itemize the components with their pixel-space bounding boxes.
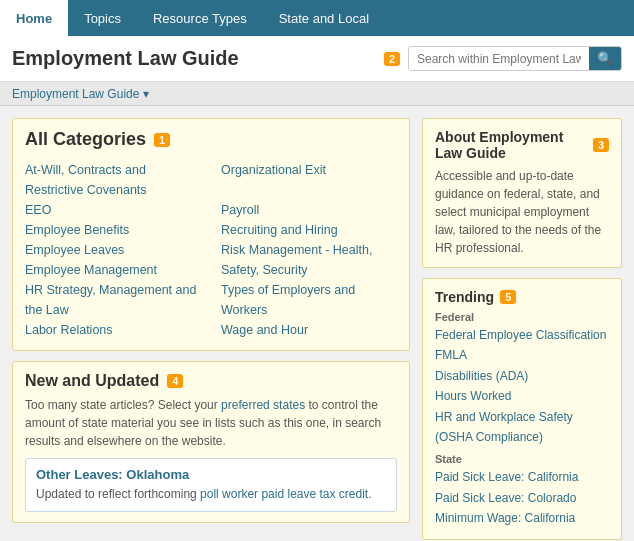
search-button[interactable]: 🔍: [589, 47, 621, 70]
new-updated-desc-before: Too many state articles? Select your: [25, 398, 221, 412]
breadcrumb-dropdown-icon: ▾: [143, 87, 149, 101]
cat-link-recruiting[interactable]: Recruiting and Hiring: [221, 220, 397, 240]
trending-federal-label: Federal: [435, 311, 609, 323]
trending-title: Trending 5: [435, 289, 609, 305]
trending-federal-2[interactable]: Disabilities (ADA): [435, 366, 609, 386]
cat-link-empty: [221, 180, 397, 200]
page-title: Employment Law Guide: [12, 47, 239, 70]
new-updated-box: New and Updated 4 Too many state article…: [12, 361, 410, 523]
article-desc-before: Updated to reflect forthcoming: [36, 487, 200, 501]
cat-link-wage-hour[interactable]: Wage and Hour: [221, 320, 397, 340]
categories-title-text: All Categories: [25, 129, 146, 150]
article-desc-after: .: [368, 487, 371, 501]
cat-link-employee-leaves[interactable]: Employee Leaves: [25, 240, 201, 260]
article-title[interactable]: Other Leaves: Oklahoma: [36, 467, 386, 482]
categories-box: All Categories 1 At-Will, Contracts and …: [12, 118, 410, 351]
breadcrumb-bar: Employment Law Guide ▾: [0, 82, 634, 106]
cat-link-atwill[interactable]: At-Will, Contracts and Restrictive Coven…: [25, 160, 201, 200]
left-column: All Categories 1 At-Will, Contracts and …: [12, 118, 410, 540]
about-title-text: About Employment Law Guide: [435, 129, 587, 161]
breadcrumb-link[interactable]: Employment Law Guide ▾: [12, 87, 149, 101]
trending-state-1[interactable]: Paid Sick Leave: Colorado: [435, 488, 609, 508]
categories-badge: 1: [154, 133, 170, 147]
new-updated-desc: Too many state articles? Select your pre…: [25, 396, 397, 450]
about-badge: 3: [593, 138, 609, 152]
page-header: Employment Law Guide 2 🔍: [0, 36, 634, 82]
about-box: About Employment Law Guide 3 Accessible …: [422, 118, 622, 268]
cat-link-hr-strategy[interactable]: HR Strategy, Management and the Law: [25, 280, 201, 320]
header-right: 2 🔍: [384, 46, 622, 71]
trending-box: Trending 5 Federal Federal Employee Clas…: [422, 278, 622, 540]
about-title: About Employment Law Guide 3: [435, 129, 609, 161]
cat-link-employee-benefits[interactable]: Employee Benefits: [25, 220, 201, 240]
trending-badge: 5: [500, 290, 516, 304]
header-badge-2: 2: [384, 52, 400, 66]
categories-title: All Categories 1: [25, 129, 397, 150]
top-nav: Home Topics Resource Types State and Loc…: [0, 0, 634, 36]
trending-federal-1[interactable]: FMLA: [435, 345, 609, 365]
article-desc: Updated to reflect forthcoming poll work…: [36, 486, 386, 503]
categories-grid: At-Will, Contracts and Restrictive Coven…: [25, 160, 397, 340]
new-updated-badge: 4: [167, 374, 183, 388]
new-updated-title: New and Updated 4: [25, 372, 397, 390]
cat-link-eeo[interactable]: EEO: [25, 200, 201, 220]
new-updated-title-text: New and Updated: [25, 372, 159, 390]
nav-resource-types[interactable]: Resource Types: [137, 0, 263, 36]
cat-link-labor-relations[interactable]: Labor Relations: [25, 320, 201, 340]
search-input[interactable]: [409, 48, 589, 70]
nav-state-local[interactable]: State and Local: [263, 0, 385, 36]
main-content: All Categories 1 At-Will, Contracts and …: [0, 106, 634, 541]
preferred-states-link[interactable]: preferred states: [221, 398, 305, 412]
cat-link-org-exit[interactable]: Organizational Exit: [221, 160, 397, 180]
right-column: About Employment Law Guide 3 Accessible …: [422, 118, 622, 540]
cat-link-payroll[interactable]: Payroll: [221, 200, 397, 220]
article-card: Other Leaves: Oklahoma Updated to reflec…: [25, 458, 397, 512]
article-desc-link[interactable]: poll worker paid leave tax credit: [200, 487, 368, 501]
trending-federal-3[interactable]: Hours Worked: [435, 386, 609, 406]
cat-link-employee-management[interactable]: Employee Management: [25, 260, 201, 280]
trending-state-2[interactable]: Minimum Wage: California: [435, 508, 609, 528]
search-box: 🔍: [408, 46, 622, 71]
nav-home[interactable]: Home: [0, 0, 68, 36]
trending-state-0[interactable]: Paid Sick Leave: California: [435, 467, 609, 487]
trending-federal-4[interactable]: HR and Workplace Safety (OSHA Compliance…: [435, 407, 609, 448]
breadcrumb-label: Employment Law Guide: [12, 87, 139, 101]
about-text: Accessible and up-to-date guidance on fe…: [435, 167, 609, 257]
trending-title-text: Trending: [435, 289, 494, 305]
trending-federal-0[interactable]: Federal Employee Classification: [435, 325, 609, 345]
categories-col1: At-Will, Contracts and Restrictive Coven…: [25, 160, 201, 340]
nav-topics[interactable]: Topics: [68, 0, 137, 36]
categories-col2: Organizational Exit Payroll Recruiting a…: [221, 160, 397, 340]
trending-state-label: State: [435, 453, 609, 465]
cat-link-types-employers[interactable]: Types of Employers and Workers: [221, 280, 397, 320]
cat-link-risk-mgmt[interactable]: Risk Management - Health, Safety, Securi…: [221, 240, 397, 280]
